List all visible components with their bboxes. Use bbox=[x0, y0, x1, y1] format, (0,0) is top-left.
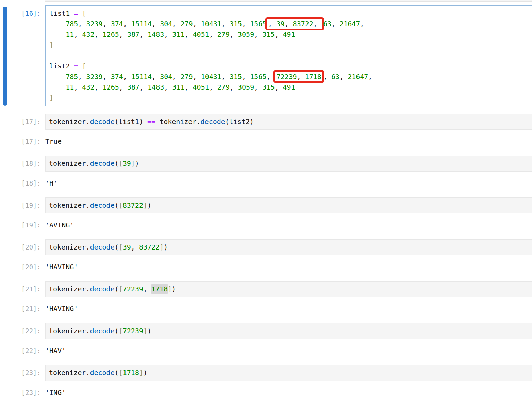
code-token: decode bbox=[90, 117, 114, 126]
input-prompt-22: [22]: bbox=[0, 323, 45, 339]
code-token: 315 bbox=[262, 30, 275, 38]
active-cell-indicator-bar[interactable] bbox=[3, 7, 7, 106]
code-token: , bbox=[164, 30, 172, 38]
code-editor-17[interactable]: tokenizer.decode(list1) == tokenizer.dec… bbox=[45, 114, 532, 130]
code-token: [ bbox=[119, 285, 123, 293]
code-token: decode bbox=[201, 117, 225, 126]
code-token: , bbox=[94, 30, 102, 38]
code-token: decode bbox=[90, 243, 114, 251]
code-token: ] bbox=[143, 327, 147, 335]
code-token: 785 bbox=[66, 73, 78, 81]
code-editor-22[interactable]: tokenizer.decode([72239]) bbox=[45, 323, 532, 339]
code-token: , bbox=[74, 83, 82, 91]
code-token: , bbox=[164, 83, 172, 91]
code-token: , bbox=[143, 285, 151, 293]
code-token: 83722 bbox=[139, 243, 160, 251]
output-prompt-22: [22]: bbox=[0, 344, 45, 357]
code-token: 1718 bbox=[123, 369, 139, 377]
code-editor-19[interactable]: tokenizer.decode([83722]) bbox=[45, 197, 532, 213]
code-token: , bbox=[331, 20, 339, 28]
output-prompt-19: [19]: bbox=[0, 218, 45, 232]
code-token: tokenizer. bbox=[49, 201, 90, 209]
code-token: 83722 bbox=[293, 20, 313, 28]
input-prompt-18: [18]: bbox=[0, 156, 45, 172]
code-token: , bbox=[313, 20, 321, 28]
code-token: decode bbox=[90, 159, 114, 167]
output-text-21: 'HAVING' bbox=[45, 302, 78, 316]
output-prompt-20: [20]: bbox=[0, 260, 45, 274]
code-token: 63 bbox=[331, 73, 339, 81]
code-token: 304 bbox=[160, 73, 172, 81]
code-cell-22: [22]:tokenizer.decode([72239]) bbox=[0, 323, 532, 339]
code-token: 1265 bbox=[103, 30, 119, 38]
code-token: 63 bbox=[323, 20, 331, 28]
code-token: ] bbox=[49, 41, 53, 49]
code-editor-16[interactable]: list1 = [ 785, 3239, 374, 15114, 304, 27… bbox=[45, 5, 532, 106]
code-token: = bbox=[74, 9, 78, 17]
code-editor-18[interactable]: tokenizer.decode([39]) bbox=[45, 156, 532, 172]
code-editor-21[interactable]: tokenizer.decode([72239, 1718]) bbox=[45, 281, 532, 297]
code-token: , bbox=[184, 83, 193, 91]
notebook-area: [16]:list1 = [ 785, 3239, 374, 15114, 30… bbox=[0, 0, 532, 399]
text-cursor bbox=[373, 73, 373, 80]
code-token: [ bbox=[119, 327, 123, 335]
code-editor-20[interactable]: tokenizer.decode([39, 83722]) bbox=[45, 239, 532, 255]
code-token: 11 bbox=[66, 30, 74, 38]
code-token: , bbox=[172, 73, 180, 81]
code-token: , bbox=[209, 30, 217, 38]
code-line: 11, 432, 1265, 387, 1483, 311, 4051, 279… bbox=[49, 82, 529, 93]
code-token: ) bbox=[147, 201, 151, 209]
code-token: 21647 bbox=[348, 73, 368, 81]
code-token: , bbox=[285, 20, 293, 28]
code-token: 72239, 1718 bbox=[276, 73, 321, 81]
code-token: 279 bbox=[180, 73, 193, 81]
code-token: [ bbox=[119, 201, 123, 209]
code-token: 785, 3239, 374, 15114, 304, 279, 10431, … bbox=[66, 20, 266, 28]
code-token: [ bbox=[119, 243, 123, 251]
code-token: 39 bbox=[276, 20, 284, 28]
code-line: 11, 432, 1265, 387, 1483, 311, 4051, 279… bbox=[49, 29, 529, 40]
code-token: 72239 bbox=[123, 327, 143, 335]
output-prompt-18: [18]: bbox=[0, 176, 45, 190]
code-token: ] bbox=[131, 159, 135, 167]
code-token: 785, 3239, 374, 15114, 304, 279, 10431, … bbox=[66, 73, 275, 81]
code-token: , bbox=[139, 30, 148, 38]
code-token: , bbox=[242, 73, 250, 81]
annotation-redbox-1: , 39, 83722, bbox=[265, 17, 324, 30]
code-token: ( bbox=[115, 201, 119, 209]
code-token: 387 bbox=[127, 83, 139, 91]
code-token: 1718 bbox=[305, 73, 321, 81]
code-token: ( bbox=[115, 243, 119, 251]
code-line: 785, 3239, 374, 15114, 304, 279, 10431, … bbox=[49, 71, 529, 82]
code-token: , bbox=[94, 83, 102, 91]
code-line: tokenizer.decode(list1) == tokenizer.dec… bbox=[49, 116, 529, 127]
code-token: tokenizer. bbox=[49, 159, 90, 167]
code-token: , 39, 83722, bbox=[268, 20, 321, 28]
code-token: ) bbox=[135, 159, 139, 167]
code-token: 3239 bbox=[86, 20, 102, 28]
code-token: 63, 21647, bbox=[323, 20, 364, 28]
code-cell-19: [19]:tokenizer.decode([83722]) bbox=[0, 197, 532, 213]
code-editor-23[interactable]: tokenizer.decode([1718]) bbox=[45, 365, 532, 381]
code-token bbox=[78, 9, 82, 17]
code-token: , bbox=[103, 20, 111, 28]
code-token: 1483 bbox=[148, 30, 164, 38]
code-line bbox=[49, 50, 529, 61]
code-token: ( bbox=[115, 369, 119, 377]
code-token: , 63, 21647, bbox=[323, 73, 372, 81]
code-token: decode bbox=[90, 327, 114, 335]
code-token: decode bbox=[90, 285, 114, 293]
code-token: 11, 432, 1265, 387, 1483, 311, 4051, 279… bbox=[66, 83, 295, 91]
code-token: 1265 bbox=[103, 83, 119, 91]
code-token: 279 bbox=[217, 30, 230, 38]
code-cell-21: [21]:tokenizer.decode([72239, 1718]) bbox=[0, 281, 532, 297]
code-token: 1565 bbox=[250, 73, 266, 81]
input-prompt-19: [19]: bbox=[0, 197, 45, 213]
code-token: , bbox=[103, 73, 111, 81]
output-cell-23: [23]:'ING' bbox=[0, 386, 532, 399]
input-prompt-23: [23]: bbox=[0, 365, 45, 381]
code-token: 10431 bbox=[201, 20, 221, 28]
code-token: 72239 bbox=[123, 285, 143, 293]
code-token: 1718 bbox=[151, 285, 168, 293]
code-token: , bbox=[193, 20, 201, 28]
